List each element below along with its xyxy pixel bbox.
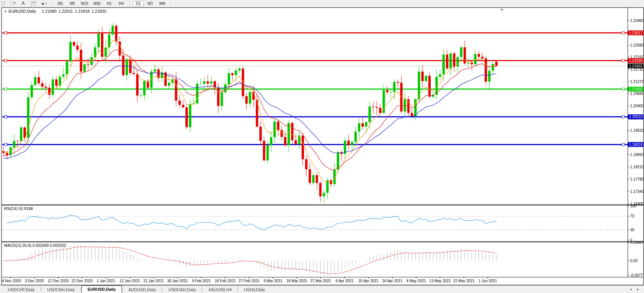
tab-audusd[interactable]: AUDUSD,Daily (122, 287, 162, 293)
drawing-tools: FAT◈▾ (7, 0, 49, 6)
tab-usdcnh[interactable]: USDCNH,Daily (41, 287, 81, 293)
chart-tab-bar: USDCHF,DailyUSDCNH,DailyEURUSD,DailyAUDU… (0, 285, 644, 293)
svg-text:27 Feb 2021: 27 Feb 2021 (239, 279, 260, 283)
svg-text:0.00: 0.00 (630, 259, 638, 263)
toolbar-separator (51, 1, 52, 6)
svg-text:1.22580: 1.22580 (630, 43, 643, 47)
fibonacci-tool-button[interactable]: F (9, 0, 17, 6)
svg-text:15 Apr 2021: 15 Apr 2021 (358, 279, 378, 283)
arrow-tools-button[interactable]: ◈▾ (40, 0, 48, 6)
svg-text:1.21002: 1.21002 (629, 87, 643, 91)
svg-text:1.19520: 1.19520 (630, 128, 643, 133)
tab-usoil[interactable]: USOil,Daily (238, 287, 271, 293)
chart-window: 1.234601.225801.221501.217101.212701.208… (1, 7, 644, 285)
timeframe-m1-button[interactable]: M1 (55, 1, 66, 6)
timeframe-m30-button[interactable]: M30 (91, 1, 103, 6)
timeframe-d1-button[interactable]: D1 (133, 1, 144, 6)
svg-text:1.20840: 1.20840 (630, 92, 643, 96)
svg-text:1 Jun 2021: 1 Jun 2021 (478, 279, 497, 283)
text-label-tool-button[interactable]: T (29, 0, 38, 6)
tab-scroll-right-icon[interactable]: ► (637, 288, 640, 291)
svg-text:1.20010: 1.20010 (629, 115, 643, 119)
toolbar-grip[interactable] (1, 1, 5, 6)
svg-text:1 Jan 2021: 1 Jan 2021 (97, 279, 115, 283)
svg-text:70: 70 (630, 214, 635, 218)
svg-text:13 May 2021: 13 May 2021 (429, 279, 451, 283)
svg-text:-0.007778: -0.007778 (630, 273, 643, 277)
timeframe-m5-button[interactable]: M5 (67, 1, 78, 6)
svg-text:18 Mar 2021: 18 Mar 2021 (286, 279, 308, 283)
tab-scroll-arrows: ◄ ► (629, 288, 640, 291)
timeframe-buttons: M1M5M15M30H1H4D1W1MN (54, 1, 173, 6)
timeframe-m15-button[interactable]: M15 (79, 1, 90, 6)
svg-text:30 Jan 2021: 30 Jan 2021 (167, 279, 188, 283)
tab-eurusd[interactable]: EURUSD,Daily (81, 286, 122, 293)
svg-text:1.23460: 1.23460 (630, 19, 643, 23)
svg-text:22 May 2021: 22 May 2021 (453, 279, 475, 283)
timeframe-mn-button[interactable]: MN (157, 1, 168, 6)
svg-text:12 Dec 2020: 12 Dec 2020 (48, 279, 69, 283)
text-tool-button[interactable]: A (19, 0, 27, 6)
svg-text:9 Feb 2021: 9 Feb 2021 (192, 279, 211, 283)
svg-text:1.17340: 1.17340 (630, 190, 643, 194)
svg-text:30: 30 (630, 228, 635, 232)
toolbar-separator (129, 1, 130, 6)
svg-text:21 Jan 2021: 21 Jan 2021 (143, 279, 164, 283)
svg-text:22 Dec 2020: 22 Dec 2020 (72, 279, 93, 283)
svg-text:1.18650: 1.18650 (630, 153, 643, 157)
svg-text:1.23017: 1.23017 (629, 31, 643, 35)
timeframe-w1-button[interactable]: W1 (145, 1, 156, 6)
dropdown-caret-icon[interactable]: ▾ (45, 2, 47, 5)
svg-text:1.17780: 1.17780 (630, 177, 643, 181)
svg-text:27 Mar 2021: 27 Mar 2021 (310, 279, 332, 283)
svg-text:1.21270: 1.21270 (630, 80, 643, 84)
symbol-tabs: USDCHF,DailyUSDCNH,DailyEURUSD,DailyAUDU… (2, 286, 271, 293)
top-toolbar: FAT◈▾ M1M5M15M30H1H4D1W1MN (0, 0, 644, 7)
svg-text:1.20400: 1.20400 (630, 104, 643, 108)
svg-text:24 Nov 2020: 24 Nov 2020 (2, 279, 21, 283)
svg-text:0.009478: 0.009478 (630, 241, 643, 245)
tab-scroll-left-icon[interactable]: ◄ (629, 288, 632, 291)
svg-text:9 Mar 2021: 9 Mar 2021 (264, 279, 283, 283)
svg-text:12 Jan 2021: 12 Jan 2021 (119, 279, 140, 283)
price-chart-canvas[interactable]: 1.234601.225801.221501.217101.212701.208… (2, 8, 643, 285)
tab-usdcad[interactable]: USDCAD,Daily (162, 287, 202, 293)
tab-xauusd[interactable]: XAUUSD,H4 (202, 287, 238, 293)
svg-text:18 Feb 2021: 18 Feb 2021 (215, 279, 236, 283)
svg-text:1.19018: 1.19018 (629, 143, 643, 147)
toolbar-separator (170, 1, 171, 6)
svg-text:3 Dec 2020: 3 Dec 2020 (25, 279, 44, 283)
svg-text:24 Apr 2021: 24 Apr 2021 (382, 279, 402, 283)
timeframe-h1-button[interactable]: H1 (104, 1, 115, 6)
svg-text:6 Apr 2021: 6 Apr 2021 (336, 279, 354, 283)
svg-text:1.18210: 1.18210 (630, 165, 643, 169)
tab-usdchf[interactable]: USDCHF,Daily (2, 287, 41, 293)
timeframe-h4-button[interactable]: H4 (116, 1, 127, 6)
svg-text:1.21832: 1.21832 (629, 64, 643, 68)
svg-text:100: 100 (630, 204, 637, 208)
svg-text:1.22025: 1.22025 (629, 58, 643, 63)
svg-text:4 May 2021: 4 May 2021 (406, 279, 426, 283)
